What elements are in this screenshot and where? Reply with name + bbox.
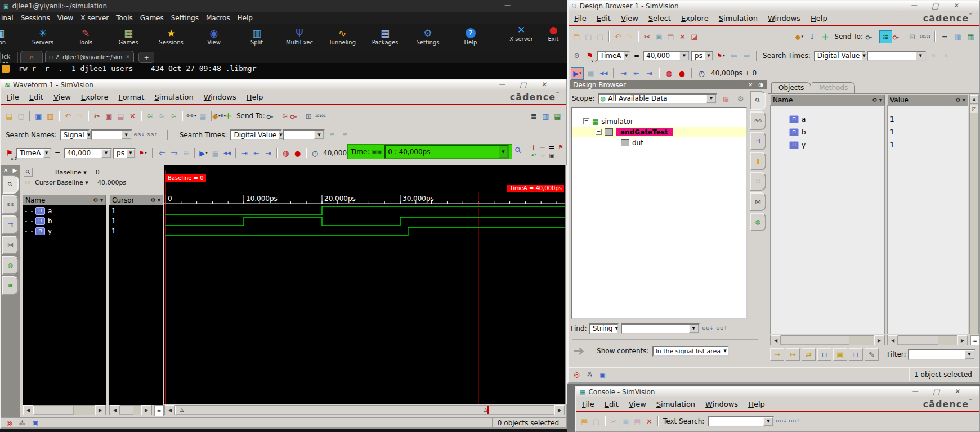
list-view-icon[interactable]: ≣ xyxy=(528,110,540,122)
menu-item[interactable]: Sessions xyxy=(21,14,50,22)
time-marker-flag-icon[interactable]: ⚑x 2 xyxy=(584,50,596,62)
menu-item[interactable]: Tools xyxy=(116,14,133,22)
step-in-icon[interactable]: ⇤ xyxy=(630,68,642,79)
expander-icon[interactable] xyxy=(596,129,602,135)
terminal-tab-active[interactable]: ▢ 2. djlee1@yiyanli:~/simulation ✕ xyxy=(45,51,134,62)
schedule-button-icon[interactable]: ⊔ xyxy=(849,348,863,361)
x-server-button[interactable]: ✕X server xyxy=(507,25,536,42)
calculator-icon[interactable]: ▦ xyxy=(965,31,977,43)
expand-columns-icon[interactable]: ≣ xyxy=(970,335,979,345)
menu-item[interactable]: Windows xyxy=(204,93,236,101)
time-cursor-select[interactable]: TimeA xyxy=(16,148,51,159)
send-to-schematic-icon[interactable]: ⊞ xyxy=(906,31,918,43)
menu-item[interactable]: Edit xyxy=(605,400,619,408)
compare-button-icon[interactable]: ⇄ xyxy=(802,348,816,361)
menu-item[interactable]: X server xyxy=(80,14,109,22)
menu-item[interactable]: File xyxy=(574,14,587,22)
open-database-disabled-icon[interactable]: ▢ xyxy=(15,110,27,122)
menu-item[interactable]: Windows xyxy=(768,14,800,22)
run-icon[interactable]: ▶▾ xyxy=(198,147,209,159)
annotate-button-icon[interactable]: ✎ xyxy=(865,348,879,361)
expand-sequence-icon[interactable]: ≋ xyxy=(180,147,192,159)
side-tab-signal-list-tab-icon[interactable]: ⇉ xyxy=(2,215,19,234)
search-names-type-select[interactable]: Signal xyxy=(60,129,90,140)
step-in-icon[interactable]: ⇤ xyxy=(250,147,262,159)
column-options-icon[interactable] xyxy=(872,97,882,103)
side-tab-tree-search-tab-icon[interactable]: ⚲ xyxy=(750,91,766,110)
mobax-view-icon[interactable]: ◉View xyxy=(193,28,235,46)
mobax-games-icon[interactable]: ▦Games xyxy=(107,28,150,46)
scroll-right-icon[interactable]: ▶ xyxy=(141,405,151,415)
scroll-left-icon[interactable]: ◀ xyxy=(888,335,898,345)
menu-item[interactable]: Help xyxy=(748,400,765,408)
send-to-browser-icon[interactable]: ⚲ xyxy=(891,28,908,45)
cursor-baseline-label[interactable]: Cursor-Baseline ▾ = 40,000ps xyxy=(35,179,126,186)
add-window-icon[interactable]: + xyxy=(222,110,234,122)
mobaxterm-titlebar[interactable]: ▣ djlee1@yiyanli:~/simulation — xyxy=(0,0,567,12)
undo-icon[interactable]: ↶ xyxy=(62,110,74,122)
mobax-settings-icon[interactable]: ⚙Settings xyxy=(406,28,449,46)
zoom-fit-icon[interactable]: = xyxy=(547,143,556,151)
workspace-icon[interactable]: ◆▾ xyxy=(793,31,805,43)
side-tab-hierarchy-search-tab-icon[interactable]: ⚲ xyxy=(2,175,19,194)
waveform-plot[interactable]: 010,000ps20,000ps30,000ps Baseline = 0 T… xyxy=(164,165,565,404)
column-view-icon[interactable]: ▥ xyxy=(952,31,964,43)
objects-name-header[interactable]: Name xyxy=(770,94,885,105)
time-range-select[interactable]: 0 : 40,000ps xyxy=(384,145,509,159)
minimize-button[interactable] xyxy=(911,2,917,10)
show-contents-select[interactable]: In the signal list area xyxy=(652,346,729,357)
redo-icon[interactable]: ↷ xyxy=(624,31,636,43)
cursor-column-header[interactable]: Cursor xyxy=(109,195,163,205)
stop-icon[interactable]: ● xyxy=(676,68,688,79)
mobax-tools-icon[interactable]: ✎Tools xyxy=(64,28,107,46)
scroll-right-icon[interactable]: ▶ xyxy=(874,335,884,345)
run-options-icon[interactable]: ▦ xyxy=(209,147,221,159)
step-icon[interactable]: ⇥ xyxy=(617,68,629,79)
calculator-icon[interactable]: ▦ xyxy=(552,110,563,122)
menu-item[interactable]: Windows xyxy=(705,400,738,408)
search-time-up-icon[interactable]: ≋ xyxy=(941,50,952,62)
settings-gear-icon[interactable]: ⚙ xyxy=(735,93,746,105)
zoom-in-icon[interactable]: + xyxy=(529,143,538,151)
search-down-icon[interactable]: ⊙⊙↓ xyxy=(775,416,787,428)
redo-icon[interactable]: ↷ xyxy=(74,110,86,122)
search-times-type-select[interactable]: Digital Value xyxy=(814,51,866,61)
step-icon[interactable]: ⇥ xyxy=(239,147,250,159)
signal-row[interactable]: ⊓b xyxy=(23,216,106,226)
side-tab-browse-tab-icon[interactable]: ⊙⊙ xyxy=(750,111,766,130)
step-over-icon[interactable]: ⇥ xyxy=(262,147,274,159)
signal-row[interactable]: ⊓y xyxy=(23,226,106,236)
minimize-button[interactable]: — xyxy=(504,1,511,8)
paste-icon[interactable]: ▤ xyxy=(115,110,127,122)
side-tab-waveform-tools-tab-icon[interactable]: ≋ xyxy=(2,276,19,295)
side-tab-schematic-tab-icon[interactable]: ∷ xyxy=(750,172,766,191)
search-time-down-icon[interactable]: ≋ xyxy=(326,129,338,141)
reset-to-start-icon[interactable]: ◀◀ xyxy=(598,68,610,79)
time-cursor-select[interactable]: TimeA xyxy=(597,51,630,61)
scroll-right-icon[interactable]: ▶ xyxy=(95,405,105,415)
reset-to-start-icon[interactable]: ◀◀ xyxy=(221,147,233,159)
list-view-icon[interactable]: ≣ xyxy=(939,31,951,43)
previous-edge-icon[interactable]: ⇐ xyxy=(156,147,168,159)
send-to-source-icon[interactable]: 10101 xyxy=(315,110,326,122)
menu-item[interactable]: Format xyxy=(119,93,145,101)
time-value-input[interactable]: 40,000 xyxy=(643,51,690,61)
menu-item[interactable]: Simulation xyxy=(656,400,695,408)
tab-methods[interactable]: Methods xyxy=(812,82,855,93)
scroll-right-icon[interactable]: ▶ xyxy=(554,405,565,415)
expander-icon[interactable] xyxy=(583,118,589,124)
flag-next-icon[interactable]: ⚑▾ xyxy=(137,147,149,159)
scroll-up-icon[interactable]: ▲ xyxy=(970,95,978,104)
break-icon[interactable]: ◍ xyxy=(280,147,292,159)
cut-icon[interactable]: ✂ xyxy=(91,110,103,122)
side-tab-signal-list-tab-icon[interactable]: ⇉ xyxy=(750,132,766,150)
zoom-cursor-icon[interactable]: ⚑ xyxy=(556,143,565,151)
column-options-icon[interactable] xyxy=(151,197,160,203)
scroll-left-icon[interactable]: ◀ xyxy=(771,335,781,345)
panel-collapse-icon[interactable]: ◑ xyxy=(758,82,763,88)
close-button[interactable] xyxy=(954,388,960,396)
text-search-input[interactable] xyxy=(708,416,774,427)
close-button[interactable] xyxy=(541,80,547,89)
menu-item[interactable]: Settings xyxy=(171,14,199,22)
save-as-icon[interactable]: ▥ xyxy=(44,110,56,122)
